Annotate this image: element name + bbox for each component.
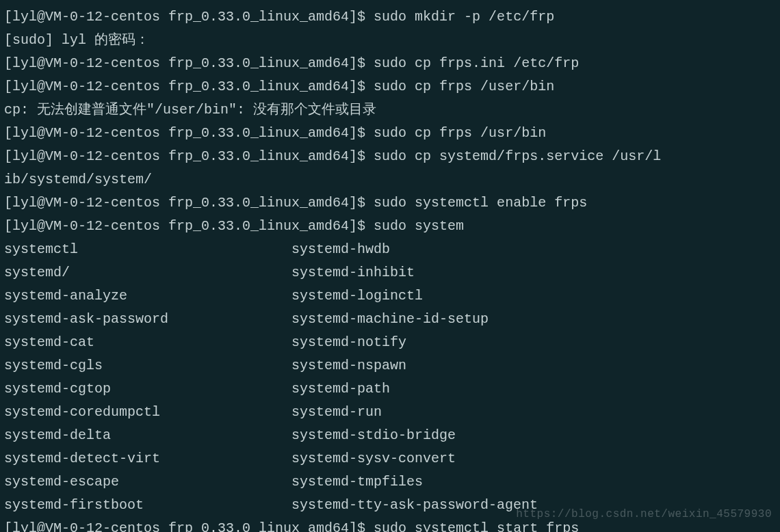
- terminal-line: ib/systemd/system/: [4, 168, 776, 191]
- completion-item: systemd-nspawn: [291, 354, 776, 377]
- completion-item: systemctl: [4, 238, 291, 261]
- completion-item: systemd-machine-id-setup: [291, 308, 776, 331]
- output-text: cp: 无法创建普通文件"/user/bin": 没有那个文件或目录: [4, 102, 376, 118]
- tab-completion-row: systemd-cgtopsystemd-path: [4, 377, 776, 401]
- terminal-line: [lyl@VM-0-12-centos frp_0.33.0_linux_amd…: [4, 122, 776, 145]
- completion-item: systemd-delta: [4, 424, 291, 447]
- terminal-line: cp: 无法创建普通文件"/user/bin": 没有那个文件或目录: [4, 98, 776, 122]
- shell-command: sudo cp frps /usr/bin: [374, 125, 546, 141]
- output-text: ib/systemd/system/: [4, 172, 152, 187]
- tab-completion-row: systemd-cglssystemd-nspawn: [4, 354, 776, 377]
- completion-item: systemd-sysv-convert: [291, 447, 776, 470]
- tab-completion-row: systemd/systemd-inhibit: [4, 261, 776, 284]
- shell-prompt: [lyl@VM-0-12-centos frp_0.33.0_linux_amd…: [4, 195, 374, 211]
- shell-command: sudo cp frps /user/bin: [374, 79, 554, 94]
- shell-command: sudo cp systemd/frps.service /usr/l: [374, 148, 661, 164]
- tab-completion-row: systemd-analyzesystemd-loginctl: [4, 284, 776, 308]
- shell-prompt: [lyl@VM-0-12-centos frp_0.33.0_linux_amd…: [4, 148, 374, 164]
- tab-completion-row: systemd-catsystemd-notify: [4, 331, 776, 354]
- terminal-line: [lyl@VM-0-12-centos frp_0.33.0_linux_amd…: [4, 215, 776, 238]
- shell-command: sudo systemctl enable frps: [374, 195, 587, 211]
- output-text: [sudo] lyl 的密码：: [4, 32, 149, 48]
- completion-item: systemd-cat: [4, 331, 291, 354]
- shell-prompt: [lyl@VM-0-12-centos frp_0.33.0_linux_amd…: [4, 55, 374, 71]
- completion-item: systemd-coredumpctl: [4, 401, 291, 424]
- shell-command: sudo mkdir -p /etc/frp: [374, 9, 554, 25]
- completion-item: systemd-ask-password: [4, 308, 291, 331]
- tab-completion-row: systemd-coredumpctlsystemd-run: [4, 401, 776, 424]
- completion-item: systemd-tmpfiles: [291, 470, 776, 494]
- terminal-line: [lyl@VM-0-12-centos frp_0.33.0_linux_amd…: [4, 191, 776, 215]
- completion-item: systemd-escape: [4, 470, 291, 494]
- shell-prompt: [lyl@VM-0-12-centos frp_0.33.0_linux_amd…: [4, 125, 374, 141]
- tab-completion-row: systemd-firstbootsystemd-tty-ask-passwor…: [4, 494, 776, 517]
- terminal-line: [lyl@VM-0-12-centos frp_0.33.0_linux_amd…: [4, 517, 776, 532]
- terminal-output[interactable]: [lyl@VM-0-12-centos frp_0.33.0_linux_amd…: [4, 5, 776, 532]
- completion-item: systemd-inhibit: [291, 261, 776, 284]
- shell-command: sudo system: [374, 218, 464, 234]
- completion-item: systemd-firstboot: [4, 494, 291, 517]
- completion-item: systemd-cgtop: [4, 377, 291, 401]
- tab-completion-row: systemd-deltasystemd-stdio-bridge: [4, 424, 776, 447]
- completion-item: systemd-analyze: [4, 284, 291, 308]
- completion-item: systemd-tty-ask-password-agent: [291, 494, 776, 517]
- terminal-line: [lyl@VM-0-12-centos frp_0.33.0_linux_amd…: [4, 75, 776, 98]
- terminal-line: [lyl@VM-0-12-centos frp_0.33.0_linux_amd…: [4, 5, 776, 29]
- terminal-line: [lyl@VM-0-12-centos frp_0.33.0_linux_amd…: [4, 145, 776, 168]
- terminal-line: [sudo] lyl 的密码：: [4, 29, 776, 52]
- shell-prompt: [lyl@VM-0-12-centos frp_0.33.0_linux_amd…: [4, 79, 374, 94]
- shell-prompt: [lyl@VM-0-12-centos frp_0.33.0_linux_amd…: [4, 218, 374, 234]
- shell-command: sudo systemctl start frps: [374, 520, 579, 532]
- shell-prompt: [lyl@VM-0-12-centos frp_0.33.0_linux_amd…: [4, 9, 374, 25]
- completion-item: systemd-detect-virt: [4, 447, 291, 470]
- completion-item: systemd-notify: [291, 331, 776, 354]
- shell-command: sudo cp frps.ini /etc/frp: [374, 55, 579, 71]
- completion-item: systemd-stdio-bridge: [291, 424, 776, 447]
- tab-completion-row: systemd-ask-passwordsystemd-machine-id-s…: [4, 308, 776, 331]
- completion-item: systemd-loginctl: [291, 284, 776, 308]
- tab-completion-row: systemd-detect-virtsystemd-sysv-convert: [4, 447, 776, 470]
- completion-item: systemd-path: [291, 377, 776, 401]
- completion-item: systemd/: [4, 261, 291, 284]
- completion-item: systemd-hwdb: [291, 238, 776, 261]
- completion-item: systemd-cgls: [4, 354, 291, 377]
- tab-completion-row: systemd-escapesystemd-tmpfiles: [4, 470, 776, 494]
- shell-prompt: [lyl@VM-0-12-centos frp_0.33.0_linux_amd…: [4, 520, 374, 532]
- tab-completion-row: systemctlsystemd-hwdb: [4, 238, 776, 261]
- completion-item: systemd-run: [291, 401, 776, 424]
- terminal-line: [lyl@VM-0-12-centos frp_0.33.0_linux_amd…: [4, 52, 776, 75]
